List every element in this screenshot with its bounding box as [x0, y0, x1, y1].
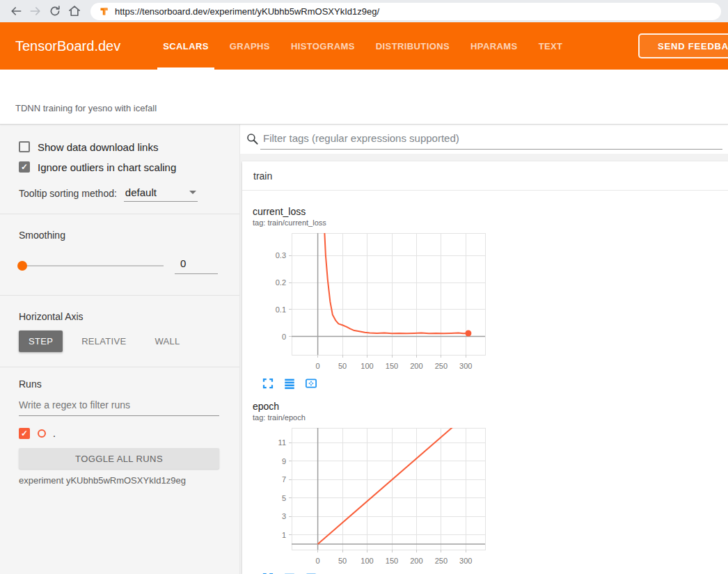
main-panel: train current_loss tag: train/current_lo…	[240, 125, 728, 574]
home-icon	[68, 4, 81, 18]
tab-hparams[interactable]: HPARAMS	[460, 22, 528, 70]
tab-scalars[interactable]: SCALARS	[152, 22, 219, 70]
tab-graphs[interactable]: GRAPHS	[219, 22, 280, 70]
chart-title: current_loss	[253, 206, 493, 218]
tab-distributions[interactable]: DISTRIBUTIONS	[365, 22, 460, 70]
smoothing-label: Smoothing	[19, 230, 219, 241]
run-color-indicator-icon	[38, 429, 46, 438]
smoothing-slider-row: 0	[19, 257, 219, 295]
show-download-links-checkbox[interactable]: Show data download links	[19, 138, 219, 155]
chart-actions	[253, 568, 493, 574]
wall-axis-button[interactable]: WALL	[145, 330, 189, 352]
settings-sidebar: Show data download links ✓ Ignore outlie…	[0, 125, 240, 574]
smoothing-value[interactable]: 0	[175, 257, 218, 274]
url-text: https://tensorboard.dev/experiment/yKUbh…	[115, 6, 379, 17]
svg-text:150: 150	[386, 362, 398, 370]
svg-text:250: 250	[435, 362, 448, 370]
svg-text:11: 11	[278, 438, 286, 447]
runs-filter-input[interactable]	[19, 398, 219, 416]
svg-text:5: 5	[282, 494, 286, 502]
line-chart[interactable]: 0501001502002503001357911	[253, 424, 489, 568]
svg-text:150: 150	[386, 557, 398, 565]
run-name: .	[53, 428, 56, 439]
tooltip-sorting-label: Tooltip sorting method:	[19, 188, 117, 202]
chevron-down-icon	[189, 191, 196, 194]
tab-text[interactable]: TEXT	[528, 22, 573, 70]
svg-text:9: 9	[282, 457, 286, 465]
slider-thumb[interactable]	[17, 261, 27, 271]
chart-tag: tag: train/current_loss	[253, 218, 493, 230]
svg-text:0: 0	[316, 557, 320, 565]
fullscreen-icon[interactable]	[261, 377, 275, 391]
tag-filter-bar	[240, 125, 728, 154]
fit-domain-icon[interactable]	[304, 377, 318, 391]
chart-tag: tag: train/epoch	[253, 413, 493, 424]
horizontal-axis-buttons: STEP RELATIVE WALL	[19, 330, 219, 367]
svg-text:50: 50	[338, 557, 347, 565]
tooltip-sorting-row: Tooltip sorting method: default	[19, 186, 219, 214]
reload-icon	[49, 5, 61, 17]
show-download-links-label: Show data download links	[38, 141, 158, 153]
svg-text:100: 100	[361, 362, 373, 370]
run-checkbox[interactable]: ✓	[19, 428, 30, 439]
svg-text:0.2: 0.2	[276, 278, 286, 287]
chart-card-epoch: epoch tag: train/epoch 05010015020025030…	[253, 391, 493, 574]
content-area: Show data download links ✓ Ignore outlie…	[0, 125, 728, 574]
tab-histograms[interactable]: HISTOGRAMS	[280, 22, 365, 70]
line-chart[interactable]: 05010015020025030000.10.20.3	[253, 230, 489, 373]
horizontal-axis-section: Horizontal Axis STEP RELATIVE WALL	[0, 311, 239, 367]
home-button[interactable]	[65, 2, 84, 20]
tooltip-sorting-dropdown[interactable]: default	[124, 186, 198, 202]
svg-text:7: 7	[282, 475, 286, 484]
experiment-title: TDNN training for yesno with icefall	[15, 103, 157, 113]
svg-text:300: 300	[459, 557, 472, 565]
brand-title: TensorBoard.dev	[15, 22, 120, 70]
back-arrow-icon	[9, 4, 23, 18]
svg-text:1: 1	[282, 531, 286, 539]
charts-grid: current_loss tag: train/current_loss 050…	[242, 191, 728, 574]
experiment-subheader: TDNN training for yesno with icefall	[0, 70, 728, 125]
checkbox-unchecked-icon	[19, 141, 30, 152]
reload-button[interactable]	[46, 2, 64, 20]
svg-text:250: 250	[435, 557, 448, 565]
svg-text:200: 200	[410, 557, 422, 565]
toggle-all-runs-button[interactable]: TOGGLE ALL RUNS	[19, 448, 219, 469]
runs-section: Runs ✓ . TOGGLE ALL RUNS experiment yKUb…	[0, 378, 239, 486]
svg-text:100: 100	[361, 557, 373, 565]
chart-actions	[253, 373, 493, 391]
nav-tabs: SCALARS GRAPHS HISTOGRAMS DISTRIBUTIONS …	[152, 22, 573, 70]
svg-text:3: 3	[282, 512, 286, 520]
tag-filter-input[interactable]	[260, 129, 722, 150]
general-settings-section: Show data download links ✓ Ignore outlie…	[0, 138, 239, 214]
forward-arrow-icon	[29, 4, 42, 18]
svg-text:0.3: 0.3	[276, 251, 286, 260]
tensorboard-favicon-icon	[99, 6, 109, 17]
experiment-id-line: experiment yKUbhb5wRmOSXYkId1z9eg	[19, 475, 219, 486]
svg-text:0: 0	[282, 333, 286, 341]
expand-lines-icon[interactable]	[283, 377, 296, 391]
back-button[interactable]	[7, 2, 25, 20]
tag-group-card: train current_loss tag: train/current_lo…	[242, 161, 728, 574]
tooltip-sorting-value: default	[125, 186, 157, 198]
smoothing-section: Smoothing 0	[0, 230, 239, 296]
tag-group-header[interactable]: train	[242, 161, 728, 191]
send-feedback-button[interactable]: SEND FEEDBACK	[638, 33, 728, 58]
forward-button[interactable]	[26, 2, 45, 20]
tag-group-name: train	[253, 170, 272, 182]
ignore-outliers-label: Ignore outliers in chart scaling	[38, 161, 176, 173]
svg-text:0.1: 0.1	[276, 305, 286, 314]
smoothing-slider[interactable]	[19, 265, 164, 266]
svg-text:300: 300	[459, 362, 472, 370]
runs-label: Runs	[19, 378, 219, 390]
search-icon	[246, 132, 259, 145]
step-axis-button[interactable]: STEP	[19, 330, 63, 352]
browser-toolbar: https://tensorboard.dev/experiment/yKUbh…	[0, 0, 728, 22]
chart-card-current-loss: current_loss tag: train/current_loss 050…	[253, 196, 493, 391]
svg-text:0: 0	[316, 362, 320, 370]
checkbox-checked-icon: ✓	[19, 161, 30, 173]
address-bar[interactable]: https://tensorboard.dev/experiment/yKUbh…	[90, 3, 721, 20]
ignore-outliers-checkbox[interactable]: ✓ Ignore outliers in chart scaling	[19, 159, 219, 175]
relative-axis-button[interactable]: RELATIVE	[72, 330, 136, 352]
chart-title: epoch	[253, 401, 493, 413]
svg-text:200: 200	[410, 362, 422, 370]
